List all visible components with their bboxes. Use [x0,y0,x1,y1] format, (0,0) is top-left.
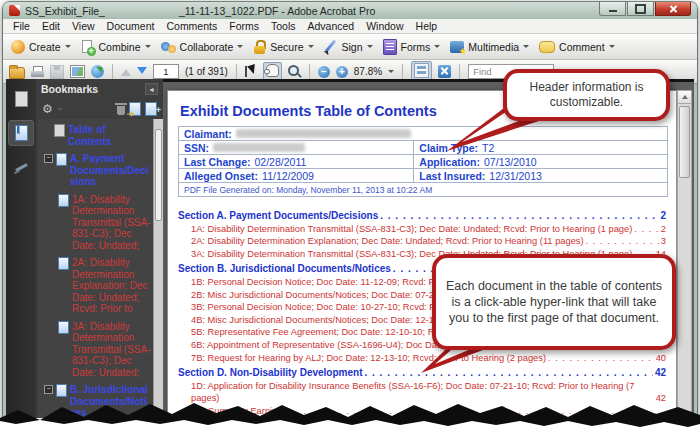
delete-bookmark-icon[interactable] [117,106,125,115]
toc-hyperlink-callout: Each document in the table of contents i… [432,254,676,350]
chevron-down-icon [523,45,529,51]
bookmarks-scrollbar[interactable] [153,119,163,426]
menu-item[interactable]: Comments [160,20,223,32]
menu-item[interactable]: Tools [265,20,302,32]
bookmark-item[interactable]: − 3A: Disability Determination Transmitt… [58,321,151,379]
alleged-onset-label: Alleged Onset: [184,170,258,182]
title-bar[interactable]: SS_Exhibit_File_ _11-11-13_1022.PDF - Ad… [3,2,697,19]
signatures-panel-button[interactable] [9,155,33,179]
bookmark-page-icon [56,153,67,166]
torn-edge [0,398,700,432]
comment-bubble-icon [539,41,555,53]
bookmark-item[interactable]: − 2A: Disability Determination Explanati… [58,257,151,315]
expand-bookmark-icon[interactable] [129,102,141,116]
zoom-in-icon[interactable]: + [336,66,348,78]
fullscreen-icon[interactable] [438,65,451,78]
sign-pen-icon [324,40,338,54]
document-scrollbar[interactable] [677,90,692,426]
minimize-button[interactable] [599,2,626,16]
close-button[interactable] [655,2,691,16]
select-tool-icon[interactable] [245,65,257,78]
scroll-thumb[interactable] [679,106,690,178]
separator [459,64,460,80]
panel-options-button[interactable]: ◄ [145,83,158,95]
bookmark-item[interactable]: − Table of Contents [54,124,151,147]
chevron-down-icon [434,45,440,51]
toc-callout-text: Each document in the table of contents i… [444,278,664,326]
next-page-icon[interactable] [137,67,147,79]
menu-item[interactable]: Advanced [301,20,360,32]
bookmarks-panel-button[interactable] [8,120,34,146]
toc-entry[interactable]: 2A: Disability Determination Explanation… [178,235,666,248]
bookmark-page-icon [54,124,65,137]
toc-entry-text: 1A: Disability Determination Transmittal… [191,223,632,236]
share-upload-icon[interactable] [91,65,104,78]
snapshot-icon[interactable] [70,65,85,78]
multimedia-icon [450,41,464,53]
page-number-input[interactable]: 1 [153,64,179,79]
toolbar-button[interactable]: Create [11,40,71,54]
toolbar-button[interactable]: Comment [539,40,615,53]
menu-item[interactable]: Window [360,20,409,32]
separator [112,64,113,80]
window-title-prefix: SS_Exhibit_File_ [25,5,105,17]
bookmarks-toolbar: ⚙ [36,99,163,119]
last-insured-label: Last Insured: [419,170,485,182]
menu-item[interactable]: Help [410,20,444,32]
bookmarks-title: Bookmarks [41,83,98,95]
menu-item[interactable]: Document [101,20,161,32]
chevron-down-icon [145,45,151,51]
menu-item[interactable]: File [7,20,36,32]
main-toolbar: Create Combine Collaborate Se [3,34,697,60]
open-file-icon[interactable] [9,67,25,79]
bookmark-item[interactable]: − A. Payment Documents/Decisions [44,153,151,188]
menu-item[interactable]: View [66,20,101,32]
options-gear-icon[interactable]: ⚙ [42,103,53,115]
bookmarks-panel-header: Bookmarks ◄ [36,79,163,99]
redacted-ssn-value [213,143,305,152]
bookmark-item[interactable]: − 1A: Disability Determination Transmitt… [58,194,151,252]
find-placeholder: Find [473,66,491,77]
maximize-button[interactable] [627,2,654,16]
menu-item[interactable]: Edit [36,20,66,32]
new-bookmark-icon[interactable] [145,102,157,116]
bookmark-label: 1A: Disability Determination Transmittal… [72,194,151,252]
bookmarks-scroll-thumb[interactable] [155,129,162,221]
header-callout-text: Header information is customizable. [515,80,658,110]
collaborate-icon [161,40,176,54]
zoom-out-icon[interactable]: − [318,66,330,78]
maximize-icon [635,4,646,14]
toolbar-button[interactable]: Secure [253,40,313,54]
last-change-value: 02/28/2011 [255,156,307,168]
chevron-down-icon [367,45,373,51]
toolbar-button[interactable]: Forms [383,39,441,55]
claimant-row: Claimant: [179,127,667,140]
zoom-dropdown-icon[interactable] [388,70,394,76]
toolbar-button[interactable]: Multimedia [450,41,529,53]
menu-item[interactable]: Forms [223,20,265,32]
print-icon[interactable] [31,66,44,78]
options-dropdown-icon[interactable] [57,108,63,114]
marquee-zoom-icon[interactable] [288,65,301,78]
bookmarks-panel: Bookmarks ◄ ⚙ [36,79,163,426]
toolbar-button-label: Forms [401,41,431,53]
scroll-up-icon[interactable] [678,91,691,104]
toc-page-number: 3 [661,235,666,248]
zoom-level-value[interactable]: 87.8% [354,66,382,77]
collapse-minus-icon[interactable]: − [44,385,53,394]
toc-page-number: 2 [661,223,666,236]
claim-header-table: Claimant: SSN: Claim Type: T2 [178,126,668,197]
application-cell: Application: 07/13/2010 [413,155,667,168]
last-change-label: Last Change: [184,156,251,168]
toc-entry[interactable]: 1A: Disability Determination Transmittal… [178,223,666,236]
generated-note: PDF File Generated on: Monday, November … [179,184,432,196]
minimize-icon [609,10,617,12]
toolbar-button[interactable]: Combine [81,40,151,54]
toc-entry[interactable]: Section A. Payment Documents/Decisions 2 [178,210,666,223]
toolbar-button[interactable]: Collaborate [161,40,244,54]
pages-panel-button[interactable] [9,87,33,111]
toc-entry-text: Section B. Jurisdictional Documents/Noti… [178,263,391,276]
toolbar-button[interactable]: Sign [324,40,373,54]
dot-leader [548,352,654,365]
collapse-minus-icon[interactable]: − [44,154,53,163]
